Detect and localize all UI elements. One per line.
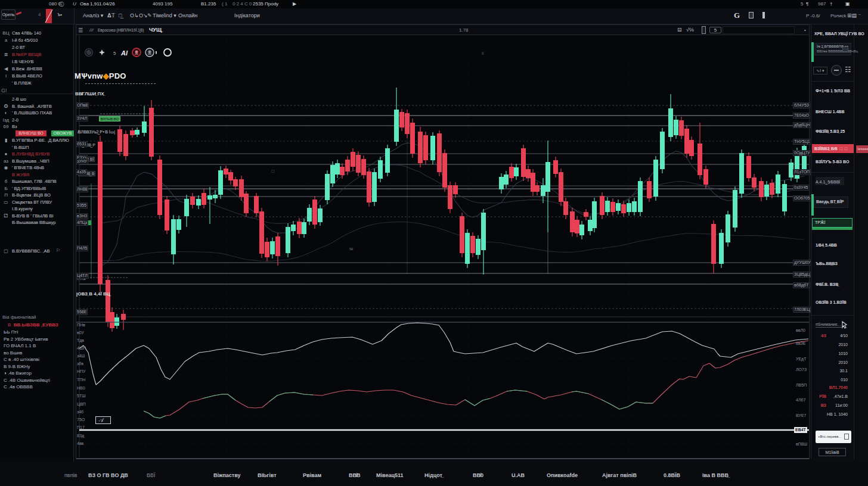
svg-text:Al: Al [120, 49, 128, 57]
svg-text:ЇЇ: ЇЇ [482, 52, 484, 55]
svg-text:5: 5 [113, 51, 116, 56]
svg-text:5£: 5£ [349, 247, 354, 251]
svg-text:▢: ▢ [271, 169, 275, 173]
